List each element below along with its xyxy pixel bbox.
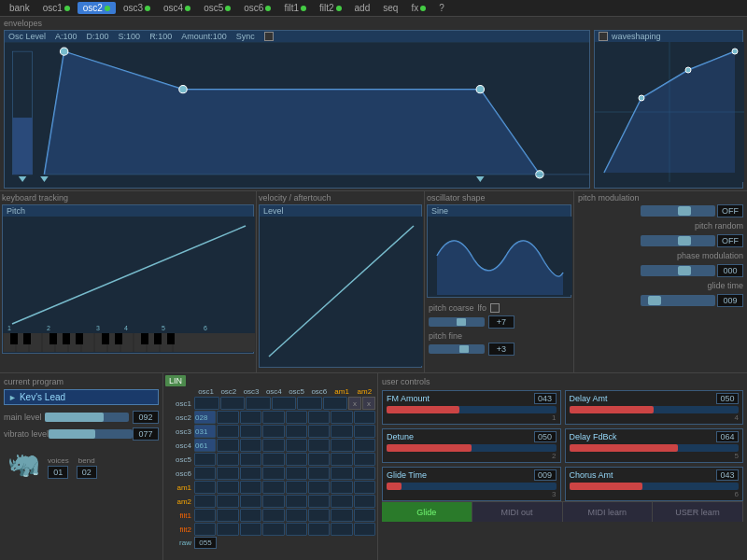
cell-osc4-osc3[interactable] <box>240 439 261 452</box>
cell-am1-osc5[interactable] <box>286 481 307 494</box>
cell-osc4-osc5[interactable] <box>286 439 307 452</box>
cell-am2-am1[interactable] <box>331 495 352 508</box>
nav-osc5[interactable]: osc5 <box>198 2 236 14</box>
cell-osc2-osc1[interactable]: 028 <box>194 411 216 424</box>
cell-filt1-am1[interactable] <box>331 509 352 522</box>
cell-am1-osc4[interactable] <box>262 481 284 494</box>
delay-amt-slider[interactable] <box>570 406 740 413</box>
cell-osc4-osc4[interactable] <box>262 439 284 452</box>
chorus-amt-slider[interactable] <box>570 483 740 490</box>
cell-osc3-osc3[interactable] <box>240 425 261 438</box>
delay-fdbck-slider[interactable] <box>570 444 740 452</box>
cell-osc4-osc6[interactable] <box>308 439 330 452</box>
cell-am1-osc3[interactable] <box>240 481 261 494</box>
cell-osc5-osc5[interactable] <box>286 453 307 466</box>
nav-add[interactable]: add <box>349 2 376 14</box>
nav-fx[interactable]: fx <box>405 2 431 14</box>
cell-filt2-osc4[interactable] <box>262 523 284 536</box>
cell-filt1-osc4[interactable] <box>262 509 284 522</box>
glide-time-slider-uc[interactable] <box>387 483 557 490</box>
cell-filt2-am1[interactable] <box>331 523 352 536</box>
cell-filt2-osc3[interactable] <box>240 523 261 536</box>
cell-filt2-osc6[interactable] <box>308 523 330 536</box>
fine-slider[interactable] <box>429 344 485 354</box>
nav-bank[interactable]: bank <box>4 2 35 14</box>
cell-osc3-osc4[interactable] <box>262 425 284 438</box>
cell-osc1-osc6[interactable] <box>323 397 348 410</box>
cell-osc5-osc6[interactable] <box>308 453 330 466</box>
cell-osc5-osc2[interactable] <box>217 453 238 466</box>
cell-osc2-osc2[interactable] <box>217 411 238 424</box>
midi-out-btn[interactable]: MIDI out <box>472 502 563 522</box>
cell-osc2-osc4[interactable] <box>262 411 284 424</box>
coarse-slider[interactable] <box>429 317 485 327</box>
lfo-checkbox[interactable] <box>490 303 500 313</box>
nav-osc3[interactable]: osc3 <box>118 2 156 14</box>
nav-seq[interactable]: seq <box>377 2 403 14</box>
fm-amount-slider[interactable] <box>387 406 557 413</box>
nav-filt1[interactable]: filt1 <box>278 2 312 14</box>
osc-shape-graph[interactable]: Sine <box>427 204 571 298</box>
cell-osc1-am1[interactable]: x <box>348 397 361 410</box>
cell-osc6-am2[interactable] <box>354 467 375 480</box>
cell-osc5-am1[interactable] <box>331 453 352 466</box>
pitch-mod-slider1[interactable] <box>641 205 715 217</box>
cell-osc6-osc1[interactable] <box>194 467 216 480</box>
lin-mode-btn[interactable]: LIN <box>165 375 186 386</box>
cell-osc5-am2[interactable] <box>354 453 375 466</box>
cell-osc1-osc2[interactable] <box>220 397 246 410</box>
phase-mod-slider[interactable] <box>641 265 715 276</box>
cell-osc3-am1[interactable] <box>331 425 352 438</box>
cell-filt1-osc2[interactable] <box>217 509 238 522</box>
cell-osc5-osc3[interactable] <box>240 453 261 466</box>
cell-osc6-osc6[interactable] <box>308 467 330 480</box>
cell-osc2-am2[interactable] <box>354 411 375 424</box>
cell-filt2-osc2[interactable] <box>217 523 238 536</box>
cell-am1-osc6[interactable] <box>308 481 330 494</box>
cell-osc3-osc2[interactable] <box>217 425 238 438</box>
cell-osc3-osc6[interactable] <box>308 425 330 438</box>
cell-filt2-am2[interactable] <box>354 523 375 536</box>
nav-osc1[interactable]: osc1 <box>37 2 76 14</box>
cell-osc4-osc1[interactable]: 061 <box>194 439 216 452</box>
nav-help[interactable]: ? <box>433 2 450 14</box>
midi-learn-btn[interactable]: MIDI learn <box>563 502 654 522</box>
cell-osc5-osc4[interactable] <box>262 453 284 466</box>
cell-osc4-am2[interactable] <box>354 439 375 452</box>
cell-filt1-osc5[interactable] <box>286 509 307 522</box>
cell-am2-osc6[interactable] <box>308 495 330 508</box>
keyboard-graph[interactable]: Pitch <box>2 204 254 354</box>
cell-osc6-osc4[interactable] <box>262 467 284 480</box>
cell-filt1-am2[interactable] <box>354 509 375 522</box>
cell-osc1-osc4[interactable] <box>272 397 297 410</box>
cell-am2-osc1[interactable] <box>194 495 216 508</box>
cell-osc1-osc3[interactable] <box>246 397 271 410</box>
glide-time-slider[interactable] <box>641 295 715 306</box>
cell-osc6-osc3[interactable] <box>240 467 261 480</box>
cell-osc2-osc3[interactable] <box>240 411 261 424</box>
program-name[interactable]: ► Kev's Lead <box>4 389 159 405</box>
cell-osc3-am2[interactable] <box>354 425 375 438</box>
main-level-slider[interactable] <box>45 413 129 422</box>
sync-checkbox[interactable] <box>264 32 274 41</box>
velocity-graph[interactable]: Level <box>259 204 422 368</box>
envelope-canvas[interactable]: 0.05 0.10 <box>5 42 589 184</box>
detune-slider[interactable] <box>387 444 557 452</box>
cell-osc3-osc1[interactable]: 031 <box>194 425 216 438</box>
cell-am1-am2[interactable] <box>354 481 375 494</box>
cell-osc1-osc5[interactable] <box>297 397 322 410</box>
cell-osc2-am1[interactable] <box>331 411 352 424</box>
cell-filt2-osc1[interactable] <box>194 523 216 536</box>
cell-osc6-osc2[interactable] <box>217 467 238 480</box>
glide-btn[interactable]: Glide <box>382 502 472 522</box>
cell-osc6-am1[interactable] <box>331 467 352 480</box>
cell-osc2-osc6[interactable] <box>308 411 330 424</box>
nav-osc4[interactable]: osc4 <box>158 2 196 14</box>
cell-filt1-osc6[interactable] <box>308 509 330 522</box>
cell-osc2-osc5[interactable] <box>286 411 307 424</box>
cell-filt2-osc5[interactable] <box>286 523 307 536</box>
cell-osc1-am2[interactable]: x <box>362 397 375 410</box>
cell-osc6-osc5[interactable] <box>286 467 307 480</box>
cell-osc5-osc1[interactable] <box>194 453 216 466</box>
nav-filt2[interactable]: filt2 <box>314 2 347 14</box>
